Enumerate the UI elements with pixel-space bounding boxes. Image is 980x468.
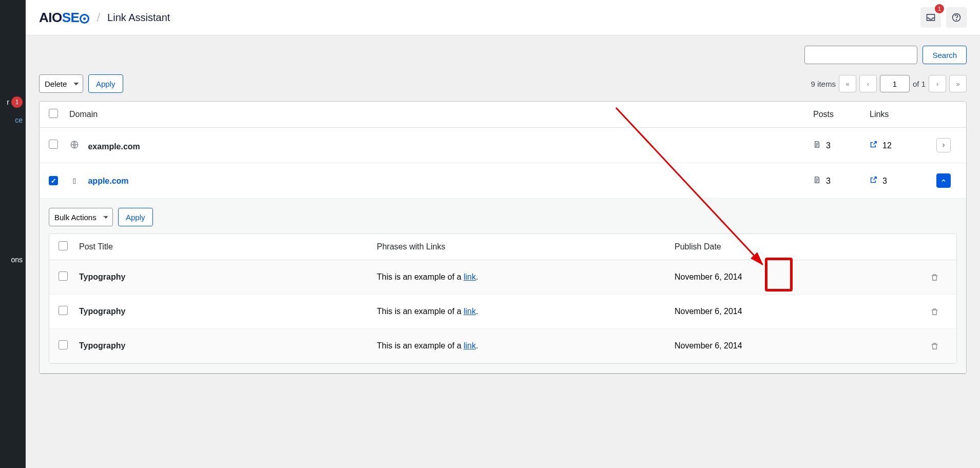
sidebar-badge: 1 (11, 96, 23, 108)
col-domain: Domain (69, 110, 813, 119)
main-area: AIOSE / Link Assistant 1 Search Delete A… (26, 0, 980, 395)
external-link-icon (870, 177, 877, 185)
publish-date: November 6, 2014 (675, 341, 921, 350)
breadcrumb-sep: / (97, 10, 100, 25)
sidebar-item-ons[interactable]: ons (0, 251, 26, 268)
sidebar-item-r[interactable]: r 1 (0, 92, 26, 112)
page-title: Link Assistant (107, 12, 170, 24)
controls-row: Delete Apply 9 items « ‹ of 1 › » (39, 74, 967, 93)
inbox-button[interactable]: 1 (920, 7, 941, 28)
delete-button[interactable] (921, 273, 947, 282)
post-title[interactable]: Typography (79, 341, 377, 350)
phrase-cell: This is an example of a link. (377, 307, 675, 316)
table-header: Domain Posts Links (40, 102, 966, 128)
phrase-cell: This is an example of a link. (377, 272, 675, 282)
page-prev[interactable]: ‹ (859, 75, 877, 92)
posts-table: Post Title Phrases with Links Publish Da… (49, 233, 957, 364)
delete-button[interactable] (921, 342, 947, 350)
page-of: of 1 (913, 80, 926, 88)
publish-date: November 6, 2014 (675, 307, 921, 316)
page-last[interactable]: » (949, 75, 967, 92)
post-row: Typography This is an example of a link.… (49, 329, 956, 363)
inbox-icon (926, 12, 936, 23)
domains-table: Domain Posts Links example.com 3 12  (39, 101, 967, 374)
post-title[interactable]: Typography (79, 307, 377, 316)
phrase-link[interactable]: link (464, 272, 476, 281)
phrase-link[interactable]: link (464, 307, 476, 316)
apple-icon:  (69, 176, 80, 186)
page-next[interactable]: › (929, 75, 946, 92)
post-row: Typography This is an example of a link.… (49, 295, 956, 329)
globe-icon (69, 140, 80, 150)
publish-date: November 6, 2014 (675, 272, 921, 282)
page-first[interactable]: « (839, 75, 856, 92)
page-input[interactable] (880, 75, 910, 92)
search-button[interactable]: Search (923, 46, 967, 64)
sub-apply-button[interactable]: Apply (118, 208, 153, 226)
content: Search Delete Apply 9 items « ‹ of 1 › »… (26, 35, 980, 395)
delete-button[interactable] (921, 307, 947, 316)
sidebar-label: r (7, 98, 9, 106)
domain-name[interactable]: example.com (88, 142, 140, 151)
sub-select-all[interactable] (59, 241, 68, 250)
post-title[interactable]: Typography (79, 272, 377, 282)
help-button[interactable] (946, 7, 967, 28)
domain-row:  apple.com 3 3 (40, 163, 966, 199)
item-count: 9 items (811, 80, 836, 88)
domain-row: example.com 3 12 (40, 128, 966, 163)
sub-controls: Bulk Actions Apply (49, 208, 957, 226)
select-all-checkbox[interactable] (49, 109, 58, 118)
col-links: Links (870, 110, 936, 119)
posts-count: 3 (826, 177, 831, 185)
help-icon (951, 12, 962, 23)
expanded-panel: Bulk Actions Apply Post Title Phrases wi… (40, 199, 966, 374)
search-input[interactable] (804, 46, 917, 64)
links-count: 12 (882, 141, 892, 150)
links-count: 3 (882, 177, 887, 185)
search-row: Search (39, 46, 967, 64)
post-checkbox[interactable] (59, 340, 68, 349)
phrase-link[interactable]: link (464, 341, 476, 350)
sidebar-item-ce[interactable]: ce (0, 112, 26, 128)
phrase-cell: This is an example of a link. (377, 341, 675, 350)
row-checkbox[interactable] (49, 176, 58, 185)
gear-icon (80, 14, 89, 24)
sub-bulk-select[interactable]: Bulk Actions (49, 208, 113, 226)
external-link-icon (870, 141, 877, 150)
domain-name[interactable]: apple.com (88, 177, 128, 185)
logo-text-b: SE (62, 10, 80, 26)
col-posts: Posts (813, 110, 870, 119)
sidebar-label: ons (11, 256, 23, 264)
post-row: Typography This is an example of a link.… (49, 260, 956, 295)
post-checkbox[interactable] (59, 306, 68, 315)
aioseo-logo: AIOSE (39, 10, 89, 26)
logo-text-a: AIO (39, 10, 62, 26)
posts-count: 3 (826, 141, 831, 150)
collapse-button[interactable] (936, 173, 951, 188)
sidebar-label: ce (15, 116, 23, 124)
post-checkbox[interactable] (59, 271, 68, 281)
bulk-action-select[interactable]: Delete (39, 74, 83, 93)
document-icon (813, 141, 821, 150)
sub-table-header: Post Title Phrases with Links Publish Da… (49, 234, 956, 260)
wp-admin-sidebar: r 1 ce ons (0, 0, 26, 395)
svg-point-1 (956, 20, 957, 20)
document-icon (813, 177, 821, 185)
col-date: Publish Date (675, 242, 921, 251)
header-bar: AIOSE / Link Assistant 1 (26, 0, 980, 35)
notif-badge: 1 (935, 4, 944, 13)
pagination: 9 items « ‹ of 1 › » (811, 75, 967, 92)
expand-button[interactable] (936, 138, 951, 152)
row-checkbox[interactable] (49, 140, 58, 149)
col-post-title: Post Title (79, 242, 377, 251)
apply-button[interactable]: Apply (88, 74, 123, 93)
col-phrase: Phrases with Links (377, 242, 675, 251)
